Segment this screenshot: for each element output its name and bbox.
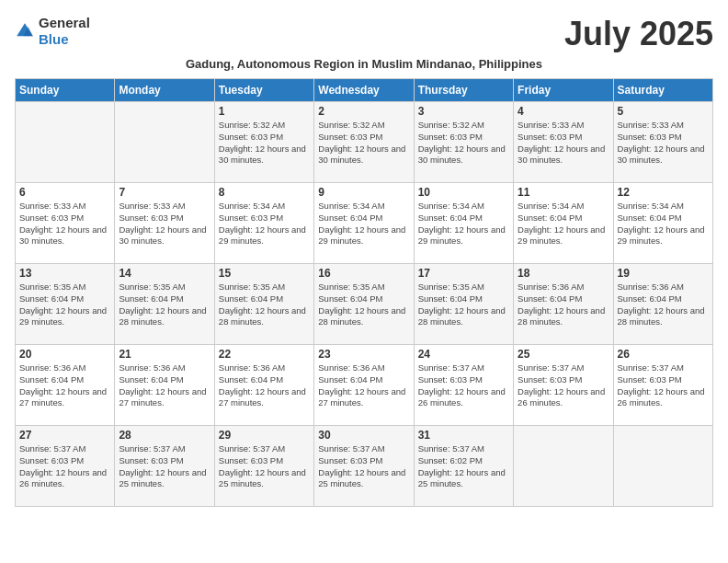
day-number: 12 — [618, 186, 709, 199]
calendar-header-row: SundayMondayTuesdayWednesdayThursdayFrid… — [16, 79, 713, 102]
day-detail: Sunrise: 5:32 AMSunset: 6:03 PMDaylight:… — [318, 120, 409, 167]
calendar-cell: 10Sunrise: 5:34 AMSunset: 6:04 PMDayligh… — [414, 183, 513, 264]
day-number: 8 — [219, 186, 310, 199]
calendar-cell: 20Sunrise: 5:36 AMSunset: 6:04 PMDayligh… — [16, 345, 115, 426]
day-detail: Sunrise: 5:36 AMSunset: 6:04 PMDaylight:… — [518, 282, 609, 328]
calendar-cell: 9Sunrise: 5:34 AMSunset: 6:04 PMDaylight… — [314, 183, 414, 264]
calendar-cell: 21Sunrise: 5:36 AMSunset: 6:04 PMDayligh… — [115, 345, 214, 426]
calendar-week-row: 27Sunrise: 5:37 AMSunset: 6:03 PMDayligh… — [16, 426, 713, 507]
day-detail: Sunrise: 5:37 AMSunset: 6:02 PMDaylight:… — [418, 443, 509, 490]
day-number: 5 — [618, 105, 709, 118]
day-number: 26 — [618, 348, 709, 361]
day-number: 29 — [219, 429, 310, 442]
calendar-cell — [514, 426, 613, 507]
calendar-cell: 26Sunrise: 5:37 AMSunset: 6:03 PMDayligh… — [613, 345, 712, 426]
day-detail: Sunrise: 5:37 AMSunset: 6:03 PMDaylight:… — [618, 362, 709, 409]
calendar-cell: 29Sunrise: 5:37 AMSunset: 6:03 PMDayligh… — [214, 426, 313, 507]
calendar-cell: 5Sunrise: 5:33 AMSunset: 6:03 PMDaylight… — [613, 102, 712, 183]
calendar-week-row: 13Sunrise: 5:35 AMSunset: 6:04 PMDayligh… — [16, 264, 713, 345]
day-number: 20 — [19, 348, 110, 361]
day-detail: Sunrise: 5:33 AMSunset: 6:03 PMDaylight:… — [518, 120, 609, 167]
calendar-cell: 7Sunrise: 5:33 AMSunset: 6:03 PMDaylight… — [115, 183, 214, 264]
day-detail: Sunrise: 5:34 AMSunset: 6:04 PMDaylight:… — [618, 201, 709, 247]
calendar-cell: 30Sunrise: 5:37 AMSunset: 6:03 PMDayligh… — [314, 426, 414, 507]
day-number: 19 — [618, 267, 709, 280]
calendar-cell: 19Sunrise: 5:36 AMSunset: 6:04 PMDayligh… — [613, 264, 712, 345]
day-number: 16 — [318, 267, 409, 280]
day-detail: Sunrise: 5:37 AMSunset: 6:03 PMDaylight:… — [219, 443, 310, 490]
day-of-week-header: Sunday — [16, 79, 115, 102]
day-detail: Sunrise: 5:34 AMSunset: 6:03 PMDaylight:… — [219, 201, 310, 247]
logo: General Blue — [15, 15, 90, 48]
day-number: 2 — [318, 105, 409, 118]
day-of-week-header: Wednesday — [314, 79, 414, 102]
day-number: 28 — [119, 429, 210, 442]
day-detail: Sunrise: 5:35 AMSunset: 6:04 PMDaylight:… — [418, 282, 509, 328]
calendar-cell: 24Sunrise: 5:37 AMSunset: 6:03 PMDayligh… — [414, 345, 513, 426]
day-detail: Sunrise: 5:37 AMSunset: 6:03 PMDaylight:… — [318, 443, 409, 490]
logo-text: General Blue — [39, 15, 90, 48]
logo-general: General — [39, 15, 90, 30]
day-number: 1 — [219, 105, 310, 118]
day-number: 14 — [119, 267, 210, 280]
day-detail: Sunrise: 5:36 AMSunset: 6:04 PMDaylight:… — [318, 362, 409, 409]
header: General Blue July 2025 — [15, 15, 713, 53]
day-detail: Sunrise: 5:35 AMSunset: 6:04 PMDaylight:… — [19, 282, 110, 328]
day-number: 23 — [318, 348, 409, 361]
day-detail: Sunrise: 5:35 AMSunset: 6:04 PMDaylight:… — [119, 282, 210, 328]
day-of-week-header: Thursday — [414, 79, 513, 102]
day-detail: Sunrise: 5:36 AMSunset: 6:04 PMDaylight:… — [19, 362, 110, 409]
day-detail: Sunrise: 5:32 AMSunset: 6:03 PMDaylight:… — [219, 120, 310, 167]
day-detail: Sunrise: 5:36 AMSunset: 6:04 PMDaylight:… — [219, 362, 310, 409]
day-detail: Sunrise: 5:35 AMSunset: 6:04 PMDaylight:… — [219, 282, 310, 328]
day-number: 22 — [219, 348, 310, 361]
day-number: 15 — [219, 267, 310, 280]
calendar-cell: 17Sunrise: 5:35 AMSunset: 6:04 PMDayligh… — [414, 264, 513, 345]
day-number: 18 — [518, 267, 609, 280]
calendar-table: SundayMondayTuesdayWednesdayThursdayFrid… — [15, 78, 713, 507]
calendar-cell: 27Sunrise: 5:37 AMSunset: 6:03 PMDayligh… — [16, 426, 115, 507]
day-detail: Sunrise: 5:33 AMSunset: 6:03 PMDaylight:… — [119, 201, 210, 247]
calendar-cell: 11Sunrise: 5:34 AMSunset: 6:04 PMDayligh… — [514, 183, 613, 264]
logo-icon — [15, 21, 35, 41]
calendar-subtitle: Gadung, Autonomous Region in Muslim Mind… — [15, 57, 713, 71]
calendar-cell: 6Sunrise: 5:33 AMSunset: 6:03 PMDaylight… — [16, 183, 115, 264]
day-detail: Sunrise: 5:33 AMSunset: 6:03 PMDaylight:… — [618, 120, 709, 167]
calendar-cell: 25Sunrise: 5:37 AMSunset: 6:03 PMDayligh… — [514, 345, 613, 426]
day-number: 11 — [518, 186, 609, 199]
calendar-cell: 2Sunrise: 5:32 AMSunset: 6:03 PMDaylight… — [314, 102, 414, 183]
calendar-cell: 31Sunrise: 5:37 AMSunset: 6:02 PMDayligh… — [414, 426, 513, 507]
calendar-cell: 1Sunrise: 5:32 AMSunset: 6:03 PMDaylight… — [214, 102, 313, 183]
day-detail: Sunrise: 5:37 AMSunset: 6:03 PMDaylight:… — [518, 362, 609, 409]
calendar-cell: 28Sunrise: 5:37 AMSunset: 6:03 PMDayligh… — [115, 426, 214, 507]
calendar-cell: 15Sunrise: 5:35 AMSunset: 6:04 PMDayligh… — [214, 264, 313, 345]
day-detail: Sunrise: 5:34 AMSunset: 6:04 PMDaylight:… — [418, 201, 509, 247]
month-title: July 2025 — [564, 15, 713, 53]
calendar-cell: 13Sunrise: 5:35 AMSunset: 6:04 PMDayligh… — [16, 264, 115, 345]
day-number: 7 — [119, 186, 210, 199]
calendar-cell: 4Sunrise: 5:33 AMSunset: 6:03 PMDaylight… — [514, 102, 613, 183]
day-detail: Sunrise: 5:35 AMSunset: 6:04 PMDaylight:… — [318, 282, 409, 328]
day-detail: Sunrise: 5:34 AMSunset: 6:04 PMDaylight:… — [518, 201, 609, 247]
day-of-week-header: Tuesday — [214, 79, 313, 102]
day-number: 21 — [119, 348, 210, 361]
day-detail: Sunrise: 5:36 AMSunset: 6:04 PMDaylight:… — [119, 362, 210, 409]
calendar-week-row: 20Sunrise: 5:36 AMSunset: 6:04 PMDayligh… — [16, 345, 713, 426]
day-detail: Sunrise: 5:34 AMSunset: 6:04 PMDaylight:… — [318, 201, 409, 247]
calendar-cell: 14Sunrise: 5:35 AMSunset: 6:04 PMDayligh… — [115, 264, 214, 345]
calendar-cell — [115, 102, 214, 183]
day-number: 10 — [418, 186, 509, 199]
calendar-cell: 23Sunrise: 5:36 AMSunset: 6:04 PMDayligh… — [314, 345, 414, 426]
day-number: 31 — [418, 429, 509, 442]
day-number: 17 — [418, 267, 509, 280]
day-number: 3 — [418, 105, 509, 118]
day-number: 6 — [19, 186, 110, 199]
day-detail: Sunrise: 5:37 AMSunset: 6:03 PMDaylight:… — [19, 443, 110, 490]
day-number: 25 — [518, 348, 609, 361]
day-of-week-header: Monday — [115, 79, 214, 102]
day-detail: Sunrise: 5:36 AMSunset: 6:04 PMDaylight:… — [618, 282, 709, 328]
day-number: 9 — [318, 186, 409, 199]
calendar-cell: 8Sunrise: 5:34 AMSunset: 6:03 PMDaylight… — [214, 183, 313, 264]
calendar-cell: 12Sunrise: 5:34 AMSunset: 6:04 PMDayligh… — [613, 183, 712, 264]
calendar-cell: 22Sunrise: 5:36 AMSunset: 6:04 PMDayligh… — [214, 345, 313, 426]
